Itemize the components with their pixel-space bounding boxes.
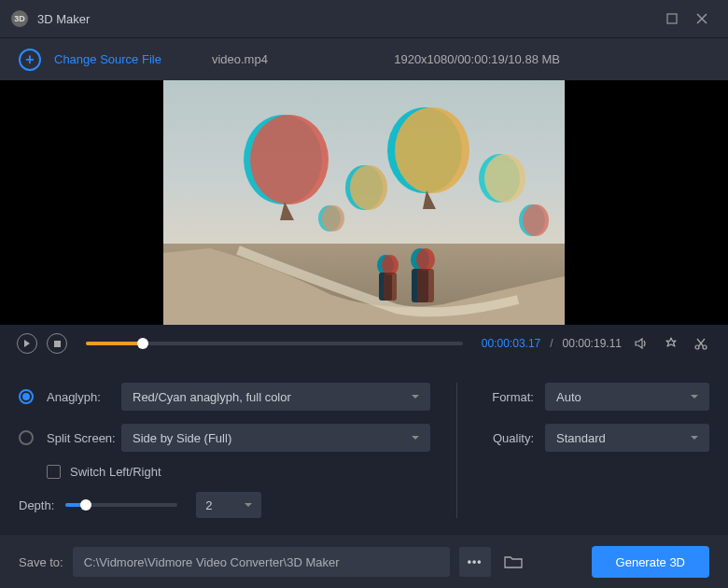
svg-rect-22 [417,269,434,302]
svg-point-21 [416,248,435,271]
source-bar: + Change Source File video.mp4 1920x1080… [0,37,728,80]
add-icon[interactable]: + [19,49,41,71]
save-label: Save to: [19,555,63,569]
change-source-button[interactable]: Change Source File [54,52,161,66]
depth-slider-thumb[interactable] [80,499,91,511]
open-folder-icon[interactable] [500,549,526,575]
svg-rect-0 [667,14,677,23]
svg-point-4 [250,115,329,204]
depth-value-select[interactable]: 2 [196,492,261,518]
svg-point-8 [350,165,387,210]
time-separator: / [550,337,553,350]
maximize-button[interactable] [657,4,687,34]
anaglyph-select[interactable]: Red/Cyan anaglyph, full color [121,383,430,411]
quality-select[interactable]: Standard [545,424,709,452]
svg-point-10 [484,154,525,203]
settings-right: Format: Auto Quality: Standard [457,383,709,518]
depth-slider[interactable] [65,503,177,507]
cut-icon[interactable] [691,333,711,354]
anaglyph-label: Anaglyph: [47,390,121,404]
quality-label: Quality: [483,431,534,445]
footer-bar: Save to: C:\Vidmore\Vidmore Video Conver… [0,535,728,588]
settings-left: Anaglyph: Red/Cyan anaglyph, full color … [19,383,457,518]
settings-panel: Anaglyph: Red/Cyan anaglyph, full color … [0,362,728,535]
filename-label: video.mp4 [212,52,268,66]
playback-controls: 00:00:03.17/00:00:19.11 [0,325,728,362]
svg-rect-23 [54,341,61,347]
time-current: 00:00:03.17 [482,337,540,350]
generate-button[interactable]: Generate 3D [592,546,709,578]
switch-checkbox[interactable] [47,465,61,479]
more-button[interactable]: ••• [459,547,491,577]
time-total: 00:00:19.11 [563,337,622,350]
svg-point-12 [523,204,549,236]
progress-thumb[interactable] [137,338,148,349]
stop-button[interactable] [47,333,67,354]
volume-icon[interactable] [631,333,651,354]
progress-fill [86,342,143,345]
format-select[interactable]: Auto [545,383,709,411]
split-label: Split Screen: [47,431,121,445]
preview-image [163,80,565,325]
svg-rect-18 [384,273,397,301]
file-meta: 1920x1080/00:00:19/10.88 MB [394,52,560,66]
svg-point-6 [395,107,469,193]
svg-point-17 [382,255,399,275]
split-radio[interactable] [19,430,34,445]
close-button[interactable] [687,4,717,34]
snapshot-icon[interactable] [661,333,681,354]
save-path-field[interactable]: C:\Vidmore\Vidmore Video Converter\3D Ma… [73,547,450,577]
anaglyph-radio[interactable] [19,389,34,404]
window-title: 3D Maker [37,12,90,26]
svg-point-14 [322,205,344,231]
switch-label: Switch Left/Right [70,465,161,479]
depth-label: Depth: [19,498,54,512]
video-preview [0,80,728,325]
format-label: Format: [483,390,534,404]
titlebar: 3D 3D Maker [0,0,728,37]
split-select[interactable]: Side by Side (Full) [121,424,430,452]
play-button[interactable] [17,333,37,354]
progress-bar[interactable] [86,342,463,345]
app-logo-icon: 3D [11,10,28,27]
